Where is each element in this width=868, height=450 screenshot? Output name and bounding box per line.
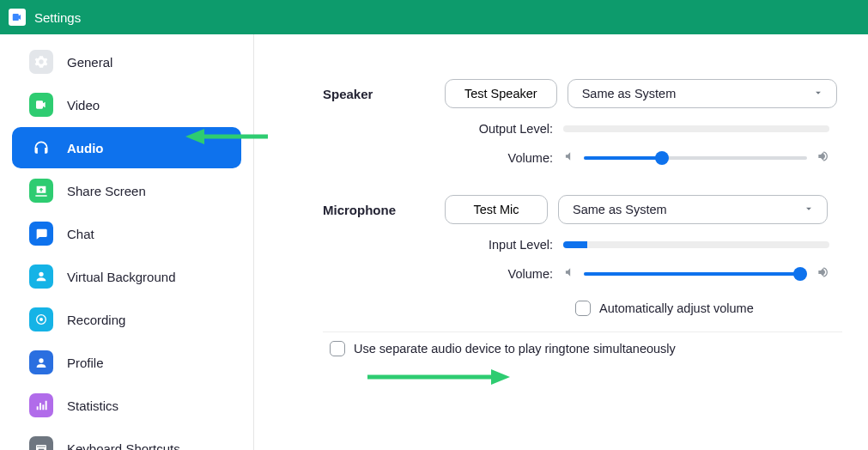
svg-rect-4	[37, 446, 38, 447]
sidebar-item-label: Keyboard Shortcuts	[67, 441, 180, 451]
svg-point-1	[39, 318, 43, 321]
auto-adjust-volume-label: Automatically adjust volume	[599, 301, 754, 315]
divider	[323, 331, 842, 332]
sidebar-item-label: Statistics	[67, 398, 118, 413]
sidebar: General Video Audio Share Screen Chat	[0, 34, 254, 450]
chevron-down-icon	[812, 87, 824, 101]
sidebar-item-label: Share Screen	[67, 184, 146, 198]
sidebar-item-profile[interactable]: Profile	[12, 342, 241, 383]
profile-icon	[29, 350, 53, 374]
speaker-device-dropdown[interactable]: Same as System	[568, 79, 837, 108]
sidebar-item-label: Audio	[67, 141, 104, 155]
microphone-section-label: Microphone	[323, 203, 445, 217]
sidebar-item-chat[interactable]: Chat	[12, 213, 241, 254]
sidebar-item-label: Profile	[67, 356, 104, 370]
speaker-high-icon	[816, 149, 829, 166]
svg-rect-6	[40, 446, 41, 447]
video-icon	[29, 93, 53, 117]
microphone-volume-label: Volume:	[323, 267, 563, 281]
stats-icon	[29, 393, 53, 417]
test-speaker-button[interactable]: Test Speaker	[445, 79, 557, 108]
svg-point-2	[39, 358, 43, 362]
auto-adjust-volume-checkbox[interactable]	[575, 301, 591, 316]
record-icon	[29, 307, 53, 331]
svg-rect-5	[39, 446, 39, 447]
sidebar-item-recording[interactable]: Recording	[12, 299, 241, 340]
gear-icon	[29, 50, 53, 74]
separate-audio-device-label: Use separate audio device to play ringto…	[354, 342, 676, 356]
sidebar-item-label: General	[67, 55, 112, 70]
speaker-device-selected: Same as System	[582, 87, 677, 100]
speaker-volume-label: Volume:	[323, 151, 563, 165]
sidebar-item-label: Virtual Background	[67, 270, 175, 284]
chat-icon	[29, 222, 53, 246]
separate-audio-device-checkbox[interactable]	[330, 341, 345, 356]
svg-rect-8	[44, 446, 45, 447]
sidebar-item-label: Chat	[67, 227, 94, 241]
chevron-down-icon	[803, 203, 815, 217]
sidebar-item-keyboard-shortcuts[interactable]: Keyboard Shortcuts	[12, 428, 241, 450]
app-icon	[9, 9, 26, 26]
speaker-output-level-meter	[563, 125, 829, 132]
microphone-volume-slider[interactable]	[584, 272, 807, 276]
window-title: Settings	[34, 10, 81, 25]
microphone-input-level-meter	[563, 241, 829, 248]
output-level-label: Output Level:	[323, 122, 563, 136]
microphone-device-dropdown[interactable]: Same as System	[558, 195, 828, 224]
svg-rect-7	[42, 446, 43, 447]
speaker-volume-slider[interactable]	[584, 156, 807, 160]
microphone-device-selected: Same as System	[573, 203, 667, 216]
sidebar-item-video[interactable]: Video	[12, 84, 241, 125]
sidebar-item-virtual-background[interactable]: Virtual Background	[12, 256, 241, 297]
sidebar-item-statistics[interactable]: Statistics	[12, 385, 241, 426]
sidebar-item-label: Recording	[67, 313, 125, 327]
speaker-section-label: Speaker	[323, 87, 445, 101]
sidebar-item-share-screen[interactable]: Share Screen	[12, 170, 241, 211]
sidebar-item-label: Video	[67, 98, 100, 112]
share-icon	[29, 179, 53, 203]
speaker-low-icon	[563, 150, 575, 165]
sidebar-item-audio[interactable]: Audio	[12, 127, 241, 168]
headphones-icon	[29, 136, 53, 160]
keyboard-icon	[29, 436, 53, 450]
annotation-arrow-auto-adjust	[366, 368, 512, 386]
sidebar-item-general[interactable]: General	[12, 41, 241, 82]
input-level-label: Input Level:	[323, 238, 563, 252]
speaker-low-icon	[563, 266, 575, 281]
test-mic-button[interactable]: Test Mic	[445, 195, 548, 224]
titlebar: Settings	[0, 0, 868, 34]
audio-settings-panel: Speaker Test Speaker Same as System Outp…	[254, 34, 868, 450]
speaker-high-icon	[816, 265, 829, 282]
person-icon	[29, 265, 53, 289]
svg-marker-13	[491, 369, 510, 385]
